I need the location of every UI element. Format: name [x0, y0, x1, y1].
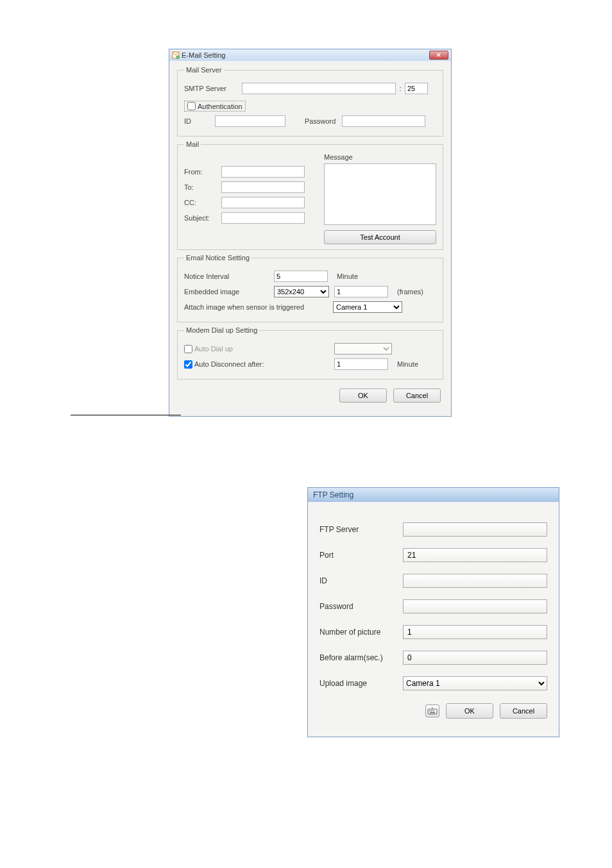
email-setting-dialog: E-Mail Setting ✕ Mail Server SMTP Server… [169, 49, 452, 417]
test-account-button[interactable]: Test Account [324, 230, 436, 244]
app-icon [172, 51, 180, 59]
email-cancel-button[interactable]: Cancel [393, 388, 441, 403]
ftp-server-label: FTP Server [319, 525, 403, 534]
auto-disconnect-label: Auto Disconnect after: [194, 360, 334, 368]
mail-fieldset: Mail From: To: CC: Subject: Message Test… [177, 140, 443, 250]
svg-rect-5 [433, 710, 434, 712]
smtp-input[interactable] [242, 83, 396, 94]
email-titlebar: E-Mail Setting ✕ [169, 49, 451, 61]
ftp-port-label: Port [319, 551, 403, 560]
mail-server-fieldset: Mail Server SMTP Server : Authentication… [177, 66, 443, 137]
auto-dialup-checkbox[interactable] [184, 345, 192, 353]
ftp-port-input[interactable] [403, 548, 547, 562]
id-label: ID [184, 117, 215, 125]
auto-dialup-label: Auto Dial up [194, 345, 334, 353]
ftp-upload-image-label: Upload image [319, 679, 403, 688]
smtp-label: SMTP Server [184, 85, 242, 92]
ftp-num-picture-label: Number of picture [319, 628, 403, 637]
auto-disconnect-input[interactable] [334, 358, 388, 370]
notice-interval-input[interactable] [274, 271, 328, 282]
modem-legend: Modem Dial up Setting [184, 326, 259, 334]
email-notice-legend: Email Notice Setting [184, 254, 251, 262]
svg-rect-4 [431, 710, 432, 712]
ftp-ok-button[interactable]: OK [446, 703, 493, 719]
keyboard-icon[interactable] [425, 705, 439, 717]
modem-fieldset: Modem Dial up Setting Auto Dial up Auto … [177, 326, 443, 380]
ftp-setting-dialog: FTP Setting FTP Server Port ID Password … [307, 487, 559, 737]
password-label: Password [305, 117, 336, 125]
ftp-dialog-title: FTP Setting [313, 490, 353, 499]
ftp-cancel-button[interactable]: Cancel [500, 703, 547, 719]
embedded-size-select[interactable]: 352x240 [274, 286, 329, 297]
ftp-before-alarm-label: Before alarm(sec.) [319, 653, 403, 662]
ftp-titlebar: FTP Setting [308, 488, 559, 502]
smtp-port-input[interactable] [405, 83, 428, 94]
to-input[interactable] [221, 181, 305, 193]
from-label: From: [184, 168, 221, 176]
ftp-num-picture-input[interactable] [403, 625, 547, 639]
svg-rect-6 [430, 712, 435, 714]
subject-input[interactable] [221, 212, 305, 224]
auto-disconnect-checkbox[interactable] [184, 360, 192, 369]
mail-legend: Mail [184, 140, 201, 148]
ftp-before-alarm-input[interactable] [403, 651, 547, 665]
from-input[interactable] [221, 166, 305, 178]
notice-interval-label: Notice Interval [184, 272, 274, 280]
email-ok-button[interactable]: OK [339, 388, 387, 403]
to-label: To: [184, 183, 221, 191]
auto-disconnect-unit: Minute [397, 360, 418, 368]
svg-rect-2 [428, 709, 437, 714]
cc-label: CC: [184, 199, 221, 206]
auto-dialup-select [334, 343, 392, 355]
ftp-password-input[interactable] [403, 599, 547, 613]
close-button[interactable]: ✕ [429, 51, 448, 60]
close-icon: ✕ [436, 52, 441, 58]
email-dialog-title: E-Mail Setting [182, 51, 225, 59]
authentication-checkbox-wrap[interactable]: Authentication [184, 101, 246, 112]
authentication-checkbox[interactable] [187, 102, 196, 110]
frames-unit: (frames) [397, 288, 423, 296]
section-underline [71, 415, 181, 415]
attach-image-label: Attach image when sensor is triggered [184, 303, 333, 311]
embedded-image-label: Embedded image [184, 288, 274, 296]
authentication-label: Authentication [198, 103, 242, 110]
ftp-id-label: ID [319, 576, 403, 585]
id-input[interactable] [215, 115, 285, 127]
message-textarea[interactable] [324, 163, 436, 225]
ftp-id-input[interactable] [403, 574, 547, 588]
port-separator: : [396, 85, 405, 92]
attach-camera-select[interactable]: Camera 1 [333, 301, 402, 313]
message-label: Message [324, 153, 436, 161]
ftp-password-label: Password [319, 602, 403, 611]
notice-interval-unit: Minute [337, 272, 358, 280]
ftp-upload-camera-select[interactable]: Camera 1 [403, 676, 547, 690]
email-notice-fieldset: Email Notice Setting Notice Interval Min… [177, 254, 443, 322]
ftp-server-input[interactable] [403, 522, 547, 537]
subject-label: Subject: [184, 214, 221, 222]
password-input[interactable] [342, 115, 425, 127]
frames-input[interactable] [334, 286, 388, 297]
svg-rect-3 [429, 710, 430, 712]
mail-server-legend: Mail Server [184, 66, 224, 74]
cc-input[interactable] [221, 197, 305, 208]
